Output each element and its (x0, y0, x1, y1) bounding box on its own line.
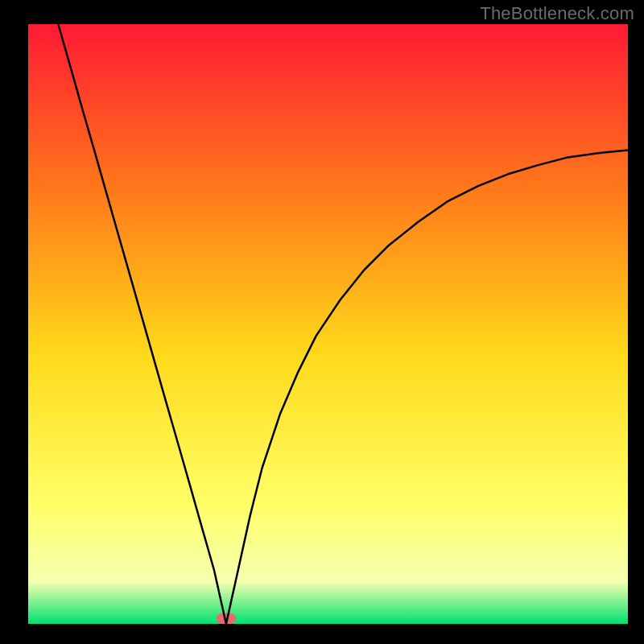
bottleneck-chart (0, 0, 644, 644)
plot-background (28, 24, 628, 624)
chart-frame: TheBottleneck.com (0, 0, 644, 644)
watermark-text: TheBottleneck.com (480, 3, 634, 24)
